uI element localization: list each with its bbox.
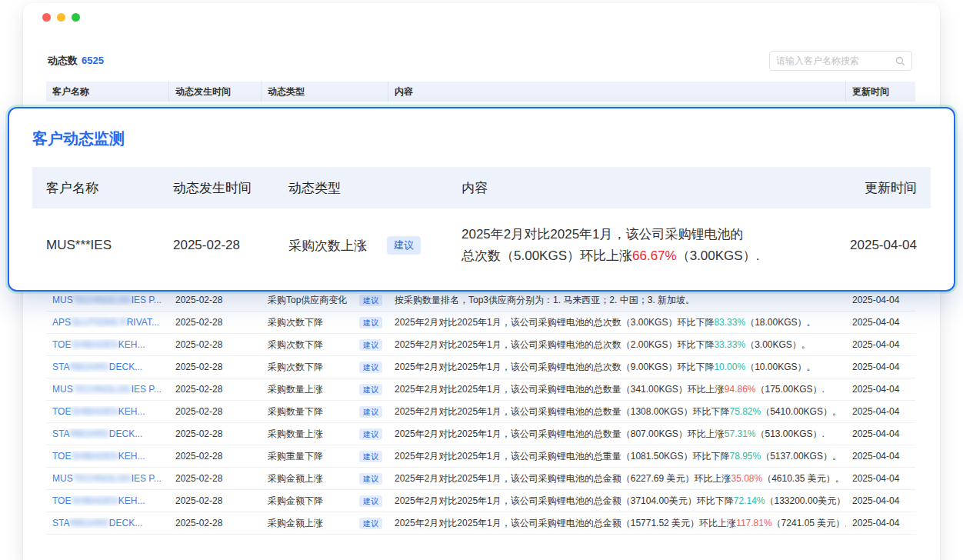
customer-name-redacted: SHIBADEN: [71, 406, 118, 417]
table-row[interactable]: TOESHIBADENKEH... 2025-02-28 采购重量下降 建议 2…: [46, 445, 915, 468]
customer-name-redacted: SHIBADEN: [71, 495, 118, 506]
customer-name-suffix: IES P...: [132, 295, 162, 305]
table-row[interactable]: STARBOARDDECK... 2025-02-28 采购金额上涨 建议 20…: [46, 512, 915, 535]
content-text: 2025年2月对比2025年1月，该公司采购锂电池的总重量（1081.50KGS…: [395, 451, 729, 462]
customer-name-prefix: TOE: [52, 495, 71, 506]
event-date: 2025-02-28: [169, 339, 262, 350]
modal-header-customer: 客户名称: [32, 179, 159, 197]
customer-name-redacted: SHIBADEN: [71, 339, 118, 350]
content-text: 2025年2月对比2025年1月，该公司采购锂电池的总数量（1308.00KGS…: [395, 406, 729, 417]
search-input[interactable]: [776, 55, 895, 66]
event-type-cell: 采购Top供应商变化 建议: [262, 294, 388, 307]
event-type-cell: 采购金额上涨 建议: [262, 517, 388, 530]
content-tail: （133200.00美元）。: [765, 495, 847, 506]
suggestion-badge: 建议: [359, 451, 382, 462]
dynamic-count-label: 动态数: [48, 55, 78, 66]
update-date: 2025-04-04: [846, 495, 915, 506]
header-update-time: 更新时间: [846, 82, 915, 102]
table-row[interactable]: STARBOARDDECK... 2025-02-28 采购数量上涨 建议 20…: [46, 423, 915, 445]
modal-event-date: 2025-02-28: [159, 238, 275, 253]
event-date: 2025-02-28: [169, 362, 262, 372]
table-row[interactable]: MUSTECHNOLOGIES P... 2025-02-28 采购金额上涨 建…: [46, 468, 915, 490]
event-type: 采购数量上涨: [268, 428, 323, 441]
header-customer: 客户名称: [46, 82, 169, 102]
dynamic-count: 动态数6525: [48, 54, 104, 68]
table-header: 客户名称 动态发生时间 动态类型 内容 更新时间: [46, 82, 915, 102]
customer-name-link[interactable]: STARBOARDDECK...: [46, 428, 169, 439]
event-content: 2025年2月对比2025年1月，该公司采购锂电池的总重量（1081.50KGS…: [388, 450, 846, 463]
close-button[interactable]: [42, 13, 51, 22]
table-row[interactable]: MUSTECHNOLOGIES P... 2025-02-28 采购Top供应商…: [46, 289, 915, 312]
customer-name-suffix: KEH...: [118, 406, 145, 417]
event-type-cell: 采购金额下降 建议: [262, 495, 388, 508]
table-row[interactable]: TOESHIBADENKEH... 2025-02-28 采购金额下降 建议 2…: [46, 490, 915, 512]
customer-name-link[interactable]: TOESHIBADENKEH...: [46, 451, 169, 462]
event-content: 2025年2月对比2025年1月，该公司采购锂电池的总数量（341.00KGS）…: [388, 383, 846, 396]
customer-name-suffix: KEH...: [118, 495, 145, 506]
customer-name-link[interactable]: TOESHIBADENKEH...: [46, 495, 169, 506]
event-content: 按采购数量排名，Top3供应商分别为：1. 马来西亚；2. 中国；3. 新加坡。: [388, 294, 846, 307]
customer-name-link[interactable]: MUSTECHNOLOGIES P...: [46, 473, 169, 484]
content-text: 按采购数量排名，Top3供应商分别为：1. 马来西亚；2. 中国；3. 新加坡。: [395, 295, 695, 305]
event-type-cell: 采购次数下降 建议: [262, 338, 388, 352]
table-row[interactable]: TOESHIBADENKEH... 2025-02-28 采购数量下降 建议 2…: [46, 401, 915, 423]
content-text: 2025年2月对比2025年1月，该公司采购锂电池的总金额（37104.00美元…: [395, 495, 734, 506]
event-type: 采购次数下降: [268, 338, 323, 352]
update-date: 2025-04-04: [846, 362, 915, 372]
table-row[interactable]: STARBOARDDECK... 2025-02-28 采购次数下降 建议 20…: [46, 356, 915, 378]
event-type: 采购次数下降: [268, 361, 323, 374]
suggestion-badge: 建议: [359, 428, 382, 440]
content-tail: （3.00KGS）。: [745, 339, 811, 350]
customer-name-redacted: TECHNOLOG: [73, 384, 132, 395]
customer-name-link[interactable]: APSOLUTIONS PRIVAT...: [46, 317, 169, 328]
modal-header-event-type: 动态类型: [275, 179, 448, 197]
modal-content-percent: 66.67%: [632, 248, 677, 263]
header-event-time: 动态发生时间: [169, 82, 262, 102]
content-percent: 10.00%: [714, 362, 745, 372]
customer-name-prefix: MUS: [52, 384, 73, 395]
event-content: 2025年2月对比2025年1月，该公司采购锂电池的总数量（1308.00KGS…: [388, 405, 846, 418]
content-text: 2025年2月对比2025年1月，该公司采购锂电池的总数量（807.00KGS）…: [395, 428, 725, 439]
content-tail: （10.00KGS）。: [745, 362, 815, 372]
customer-name-link[interactable]: STARBOARDDECK...: [46, 518, 169, 528]
suggestion-badge: 建议: [359, 384, 382, 395]
content-text: 2025年2月对比2025年1月，该公司采购锂电池的总次数（9.00KGS）环比…: [395, 362, 714, 372]
content-tail: （7241.05 美元）。: [772, 518, 846, 528]
update-date: 2025-04-04: [846, 406, 915, 417]
event-content: 2025年2月对比2025年1月，该公司采购锂电池的总金额（6227.69 美元…: [388, 472, 846, 485]
customer-name-link[interactable]: TOESHIBADENKEH...: [46, 339, 169, 350]
minimize-button[interactable]: [57, 13, 65, 22]
event-content: 2025年2月对比2025年1月，该公司采购锂电池的总金额（15771.52 美…: [388, 517, 846, 530]
suggestion-badge: 建议: [359, 362, 382, 373]
table-row[interactable]: APSOLUTIONS PRIVAT... 2025-02-28 采购次数下降 …: [46, 312, 915, 334]
suggestion-badge: 建议: [359, 406, 382, 418]
content-percent: 83.33%: [714, 317, 745, 328]
customer-name-suffix: KEH...: [118, 451, 145, 462]
table-row[interactable]: MUSTECHNOLOGIES P... 2025-02-28 采购数量上涨 建…: [46, 378, 915, 401]
table-row[interactable]: TOESHIBADENKEH... 2025-02-28 采购次数下降 建议 2…: [46, 334, 915, 356]
event-type: 采购次数下降: [268, 316, 323, 329]
update-date: 2025-04-04: [846, 518, 915, 528]
maximize-button[interactable]: [72, 13, 80, 22]
window-controls: [42, 13, 80, 22]
toolbar: 动态数6525: [48, 49, 912, 72]
event-type-cell: 采购金额上涨 建议: [262, 472, 388, 485]
customer-name-prefix: APS: [52, 317, 71, 328]
modal-customer-name: MUS***IES: [32, 238, 159, 253]
content-percent: 35.08%: [731, 473, 762, 484]
customer-name-suffix: DECK...: [109, 428, 142, 439]
modal-event-type-cell: 采购次数上涨 建议: [275, 236, 448, 255]
customer-name-link[interactable]: MUSTECHNOLOGIES P...: [46, 295, 169, 305]
customer-name-link[interactable]: TOESHIBADENKEH...: [46, 406, 169, 417]
event-content: 2025年2月对比2025年1月，该公司采购锂电池的总次数（3.00KGS）环比…: [388, 316, 846, 329]
customer-name-prefix: STA: [52, 362, 69, 372]
content-percent: 72.14%: [734, 495, 765, 506]
dynamic-count-value: 6525: [82, 55, 104, 66]
customer-name-link[interactable]: MUSTECHNOLOGIES P...: [46, 384, 169, 395]
event-type: 采购金额上涨: [268, 517, 323, 530]
modal-table-row: MUS***IES 2025-02-28 采购次数上涨 建议 2025年2月对比…: [32, 208, 931, 282]
customer-name-link[interactable]: STARBOARDDECK...: [46, 362, 169, 372]
event-content: 2025年2月对比2025年1月，该公司采购锂电池的总次数（9.00KGS）环比…: [388, 361, 846, 374]
search-icon: [895, 56, 905, 66]
customer-name-prefix: TOE: [52, 406, 71, 417]
